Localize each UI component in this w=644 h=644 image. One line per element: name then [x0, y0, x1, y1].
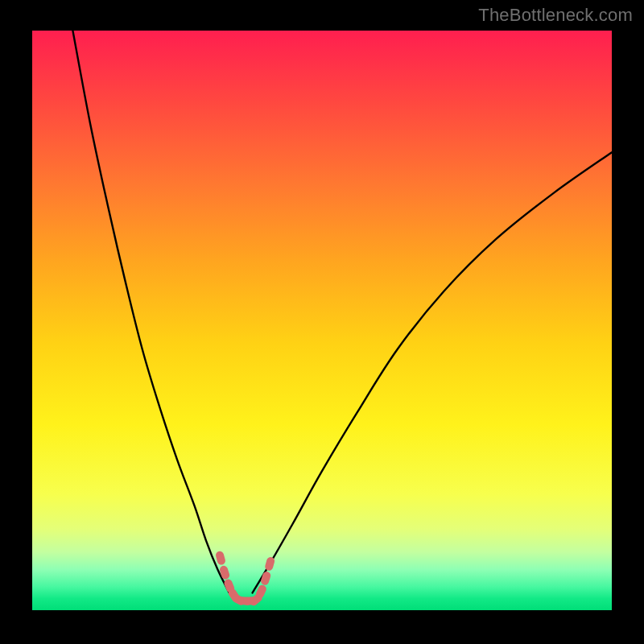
series-group	[72, 31, 612, 592]
chart-frame: TheBottleneck.com	[0, 0, 644, 644]
chart-svg	[32, 31, 612, 610]
curve-left-branch	[72, 31, 229, 592]
marker-point	[215, 551, 226, 566]
marker-group	[215, 551, 275, 608]
marker-point	[260, 571, 272, 586]
watermark-text: TheBottleneck.com	[478, 5, 633, 26]
curve-right-branch	[253, 152, 612, 592]
marker-point	[219, 565, 231, 580]
plot-area	[32, 31, 612, 610]
